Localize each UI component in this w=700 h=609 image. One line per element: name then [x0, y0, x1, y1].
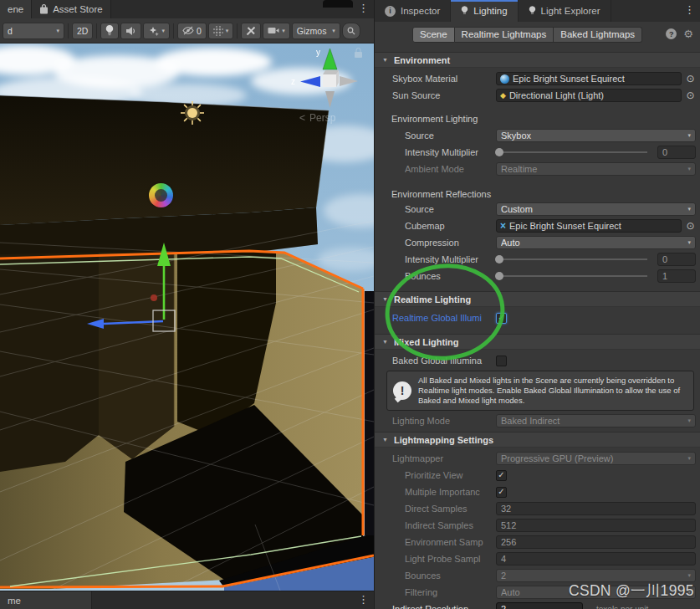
prioritize-view-checkbox[interactable]: ✓ [496, 470, 507, 481]
help-icon[interactable]: ? [666, 28, 677, 39]
tab-game[interactable]: me [0, 591, 92, 609]
draw-mode-dropdown[interactable]: d ▾ [3, 23, 64, 39]
filtering-label: Filtering [405, 587, 493, 597]
indirect-samples-field[interactable]: 512 [496, 519, 696, 532]
camera-settings-dropdown[interactable]: ▾ [263, 23, 290, 39]
scene-tabbar: ene Asset Store ⋮ [0, 0, 374, 18]
shopping-bag-icon [39, 4, 49, 14]
lightmapper-label: Lightmapper [392, 453, 493, 463]
lighting-mode-dropdown[interactable]: Baked Indirect ▾ [496, 414, 696, 427]
reflections-intensity-slider[interactable] [496, 258, 654, 260]
skybox-material-field[interactable]: Epic Bright Sunset Equirect [496, 72, 682, 85]
section-mixed-lighting[interactable]: ▼ Mixed Lighting [375, 334, 700, 350]
kebab-menu-icon[interactable]: ⋮ [358, 3, 369, 13]
chevron-down-icon: ▾ [687, 206, 691, 212]
light-probe-samples-field[interactable]: 4 [496, 552, 696, 566]
tab-inspector[interactable]: i Inspector [375, 0, 451, 22]
baked-gi-checkbox[interactable] [496, 356, 507, 366]
tab-scene[interactable]: ene [0, 0, 32, 18]
realtime-lightmaps-button[interactable]: Realtime Lightmaps [455, 27, 554, 43]
indirect-resolution-field[interactable]: 2 [496, 602, 583, 609]
chevron-down-icon: ▾ [332, 28, 335, 34]
section-realtime-lighting[interactable]: ▼ Realtime Lighting [375, 291, 700, 307]
scene-visibility-toggle[interactable]: 0 [177, 23, 207, 39]
compression-label: Compression [405, 238, 493, 248]
compression-dropdown[interactable]: Auto ▾ [496, 236, 696, 249]
intensity-multiplier-value[interactable]: 0 [657, 146, 696, 159]
baked-lightmaps-button[interactable]: Baked Lightmaps [554, 27, 642, 43]
divider [237, 23, 238, 38]
lightmapper-value: Progressive GPU (Preview) [501, 453, 685, 463]
scene-viewport[interactable]: y z < Persp [0, 44, 374, 591]
section-environment[interactable]: ▼ Environment [375, 52, 700, 68]
realtime-gi-checkbox[interactable]: ✓ [496, 313, 507, 324]
reflections-intensity-value[interactable]: 0 [657, 253, 696, 266]
scene-mode-button[interactable]: Scene [412, 27, 455, 43]
2d-toggle-button[interactable]: 2D [72, 23, 93, 39]
pillar-left[interactable] [0, 253, 99, 472]
indirect-samples-label: Indirect Samples [405, 520, 493, 530]
grid-visibility-dropdown[interactable]: ▾ [208, 23, 234, 39]
axis-cube[interactable] [323, 74, 336, 87]
cubemap-field[interactable]: × Epic Bright Sunset Equirect [496, 219, 682, 233]
move-gizmo-z-dot[interactable] [151, 294, 157, 301]
unity-editor: ene Asset Store ⋮ d ▾ 2D [0, 0, 700, 609]
reflection-probe-gizmo[interactable] [149, 183, 173, 207]
object-picker-icon[interactable]: ⊙ [685, 90, 696, 100]
gizmos-dropdown[interactable]: Gizmos ▾ [292, 23, 340, 39]
bounces-value: 2 [501, 571, 685, 581]
multiple-importance-checkbox[interactable]: ✓ [496, 487, 507, 498]
reflections-bounces-value[interactable]: 1 [657, 269, 696, 283]
kebab-menu-icon[interactable]: ⋮ [358, 594, 369, 605]
scene-audio-toggle[interactable] [120, 23, 141, 39]
source-value: Custom [501, 204, 685, 214]
intensity-multiplier-slider[interactable] [496, 151, 654, 153]
scene-search-input[interactable] [342, 23, 360, 39]
section-realtime-lighting-label: Realtime Lighting [394, 294, 471, 304]
info-icon: i [385, 6, 396, 17]
persp-label[interactable]: < Persp [299, 112, 335, 124]
bounces-label: Bounces [405, 271, 493, 281]
kebab-menu-icon[interactable]: ⋮ [684, 4, 695, 15]
scene-3d-canvas[interactable]: y z [0, 44, 374, 591]
object-picker-icon[interactable]: ⊙ [685, 221, 696, 231]
sun-source-field[interactable]: ◆ Directional Light (Light) [496, 89, 682, 102]
direct-samples-field[interactable]: 32 [496, 502, 696, 515]
reflections-bounces-slider[interactable] [496, 275, 654, 277]
eye-hidden-icon [182, 26, 194, 35]
lightmapper-dropdown[interactable]: Progressive GPU (Preview) ▾ [496, 452, 696, 465]
scene-lighting-toggle[interactable] [100, 23, 119, 39]
object-picker-icon[interactable]: ⊙ [685, 74, 696, 84]
realtime-gi-label: Realtime Global Illumi [392, 313, 493, 323]
gear-icon[interactable]: ⚙ [683, 28, 693, 39]
direct-samples-value: 32 [501, 504, 511, 514]
section-lightmapping-settings[interactable]: ▼ Lightmapping Settings [375, 432, 700, 448]
floating-tab [323, 0, 353, 8]
tab-lighting[interactable]: Lighting [451, 0, 518, 22]
foldout-icon: ▼ [382, 296, 388, 302]
sun-source-label: Sun Source [392, 90, 493, 100]
chevron-left-icon: < [299, 112, 305, 124]
component-tools-button[interactable] [241, 23, 261, 39]
light-probe-samples-row: Light Probe Sampl 4 [375, 550, 700, 567]
source-value: Skybox [501, 130, 685, 141]
environment-samples-field[interactable]: 256 [496, 535, 696, 549]
cubemap-row: Cubemap × Epic Bright Sunset Equirect ⊙ [375, 218, 700, 234]
light-bulb-icon [105, 25, 114, 36]
compression-value: Auto [501, 238, 685, 248]
light-bulb-icon [461, 6, 468, 16]
env-lighting-source-dropdown[interactable]: Skybox ▾ [496, 129, 696, 142]
skybox-material-row: Skybox Material Epic Bright Sunset Equir… [375, 70, 700, 87]
chevron-down-icon: ▾ [687, 455, 691, 462]
tab-light-explorer[interactable]: Light Explorer [519, 0, 611, 22]
ambient-mode-dropdown[interactable]: Realtime ▾ [496, 162, 696, 176]
scene-effects-dropdown[interactable]: ▾ [143, 23, 170, 39]
chevron-down-icon: ▾ [56, 28, 59, 34]
tab-asset-store[interactable]: Asset Store [32, 0, 110, 18]
axis-y-label: y [316, 48, 320, 57]
lighting-mode-toolbar: Scene Realtime Lightmaps Baked Lightmaps… [375, 22, 700, 47]
realtime-lightmaps-label: Realtime Lightmaps [462, 29, 547, 39]
sun-light-gizmo[interactable] [181, 101, 204, 125]
reflections-source-dropdown[interactable]: Custom ▾ [496, 202, 696, 216]
light-probe-samples-label: Light Probe Sampl [405, 554, 493, 564]
